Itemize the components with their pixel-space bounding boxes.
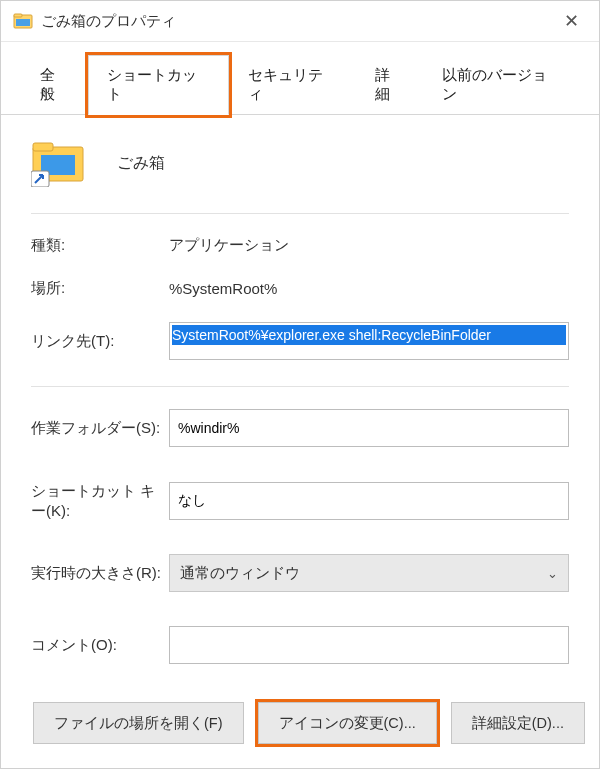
type-label: 種類: <box>31 236 169 255</box>
close-button[interactable]: ✕ <box>551 4 591 38</box>
button-row: ファイルの場所を開く(F) アイコンの変更(C)... 詳細設定(D)... <box>31 702 569 744</box>
title-bar: ごみ箱のプロパティ ✕ <box>1 1 599 42</box>
tab-security[interactable]: セキュリティ <box>229 55 355 115</box>
shortcut-folder-icon <box>31 139 85 187</box>
startin-label: 作業フォルダー(S): <box>31 419 169 438</box>
tab-previous-versions[interactable]: 以前のバージョン <box>423 55 579 115</box>
svg-rect-1 <box>14 14 22 17</box>
change-icon-button[interactable]: アイコンの変更(C)... <box>258 702 437 744</box>
svg-rect-4 <box>33 143 53 151</box>
header-row: ごみ箱 <box>31 139 569 187</box>
tab-details[interactable]: 詳細 <box>356 55 423 115</box>
open-file-location-button[interactable]: ファイルの場所を開く(F) <box>33 702 244 744</box>
run-label: 実行時の大きさ(R): <box>31 563 169 583</box>
shortcutkey-label: ショートカット キー(K): <box>31 481 169 520</box>
item-name: ごみ箱 <box>117 153 165 174</box>
run-value: 通常のウィンドウ <box>180 564 300 583</box>
tab-content: ごみ箱 種類: アプリケーション 場所: %SystemRoot% リンク先(T… <box>1 115 599 768</box>
svg-rect-2 <box>16 19 30 26</box>
chevron-down-icon: ⌄ <box>547 566 558 581</box>
window-title: ごみ箱のプロパティ <box>41 12 551 31</box>
target-label: リンク先(T): <box>31 332 169 351</box>
startin-input[interactable] <box>169 409 569 447</box>
advanced-button[interactable]: 詳細設定(D)... <box>451 702 585 744</box>
tab-shortcut[interactable]: ショートカット <box>88 55 229 115</box>
separator <box>31 386 569 387</box>
tab-general[interactable]: 全般 <box>21 55 88 115</box>
comment-input[interactable] <box>169 626 569 664</box>
run-combobox[interactable]: 通常のウィンドウ ⌄ <box>169 554 569 592</box>
target-value-selected: SystemRoot%¥explorer.exe shell:RecycleBi… <box>172 325 566 345</box>
properties-dialog: ごみ箱のプロパティ ✕ 全般 ショートカット セキュリティ 詳細 以前のバージョ… <box>0 0 600 769</box>
tab-strip: 全般 ショートカット セキュリティ 詳細 以前のバージョン <box>1 42 599 115</box>
location-label: 場所: <box>31 279 169 298</box>
app-icon <box>13 11 33 31</box>
shortcutkey-input[interactable] <box>169 482 569 520</box>
close-icon: ✕ <box>564 10 579 32</box>
target-input[interactable]: SystemRoot%¥explorer.exe shell:RecycleBi… <box>169 322 569 360</box>
type-value: アプリケーション <box>169 236 289 255</box>
comment-label: コメント(O): <box>31 636 169 655</box>
separator <box>31 213 569 214</box>
location-value: %SystemRoot% <box>169 280 277 297</box>
